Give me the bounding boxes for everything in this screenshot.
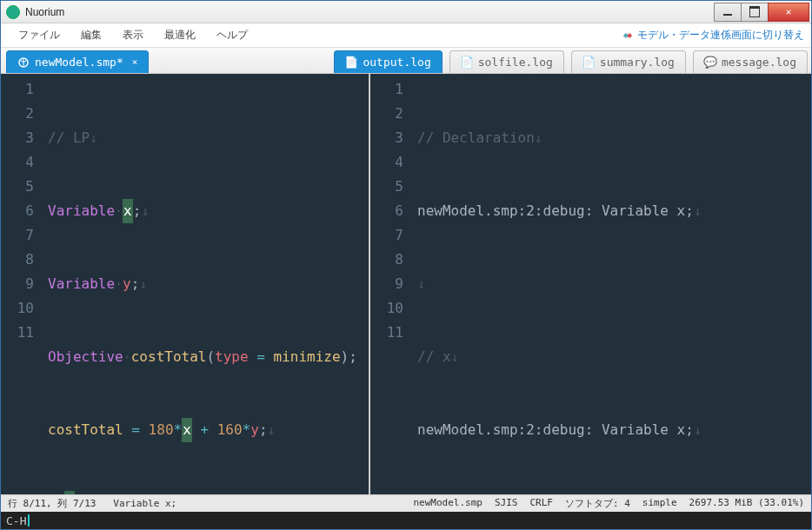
tab-message[interactable]: 💬 message.log	[693, 50, 808, 73]
minimize-button[interactable]	[714, 3, 742, 22]
status-mode[interactable]: simple	[642, 497, 677, 510]
editor-right[interactable]: 1234567891011 // Declaration↓ newModel.s…	[370, 74, 811, 494]
window-title: Nuorium	[25, 6, 715, 18]
switch-view-label: モデル・データ連係画面に切り替え	[637, 28, 804, 43]
cursor-position: 行 8/11, 列 7/13	[8, 498, 96, 509]
menu-file[interactable]: ファイル	[8, 24, 70, 46]
app-icon	[6, 5, 20, 19]
app-window: Nuorium ファイル 編集 表示 最適化 ヘルプ モデル・データ連係画面に切…	[0, 0, 812, 530]
tab-solfile[interactable]: 📄 solfile.log	[449, 50, 564, 73]
menu-optimize[interactable]: 最適化	[154, 24, 206, 46]
tab-label: summary.log	[600, 56, 675, 69]
tab-newmodel[interactable]: newModel.smp* ×	[6, 50, 149, 73]
command-cursor	[28, 514, 30, 527]
gutter-right: 1234567891011	[370, 74, 412, 494]
tab-output[interactable]: 📄 output.log	[334, 50, 442, 73]
log-icon: 📄	[582, 56, 595, 69]
menubar: ファイル 編集 表示 最適化 ヘルプ モデル・データ連係画面に切り替え	[1, 23, 811, 48]
editor-left[interactable]: 1234567891011 // LP↓ Variable·x;↓ Variab…	[1, 74, 370, 494]
context-info: Variable x;	[113, 498, 176, 509]
status-file: newModel.smp	[413, 497, 482, 510]
command-text: C-H	[6, 514, 26, 527]
menu-edit[interactable]: 編集	[70, 24, 112, 46]
statusbar-file: 行 8/11, 列 7/13 Variable x; newModel.smp …	[1, 494, 811, 512]
switch-view-button[interactable]: モデル・データ連係画面に切り替え	[622, 28, 804, 43]
editors: 1234567891011 // LP↓ Variable·x;↓ Variab…	[1, 74, 811, 494]
close-icon[interactable]: ×	[132, 56, 138, 68]
status-encoding[interactable]: SJIS	[495, 497, 518, 510]
tab-label: solfile.log	[478, 56, 553, 69]
window-buttons	[715, 3, 809, 22]
switch-icon	[622, 30, 634, 42]
status-tab[interactable]: ソフトタブ: 4	[565, 497, 630, 510]
maximize-button[interactable]	[741, 3, 769, 22]
menu-help[interactable]: ヘルプ	[206, 24, 258, 46]
code-right[interactable]: // Declaration↓ newModel.smp:2:debug: Va…	[412, 74, 811, 494]
status-memory: 2697.53 MiB (33.01%)	[689, 497, 804, 510]
file-icon	[17, 56, 30, 69]
gutter-left: 1234567891011	[1, 74, 43, 494]
code-left[interactable]: // LP↓ Variable·x;↓ Variable·y;↓ Objecti…	[43, 74, 369, 494]
tab-label: output.log	[363, 56, 430, 69]
log-icon: 📄	[345, 56, 357, 69]
tab-summary[interactable]: 📄 summary.log	[571, 50, 686, 73]
status-eol[interactable]: CRLF	[529, 497, 553, 510]
menu-view[interactable]: 表示	[112, 24, 154, 46]
tab-label: newModel.smp*	[35, 56, 123, 69]
chat-icon: 💬	[704, 56, 716, 69]
titlebar[interactable]: Nuorium	[1, 1, 811, 23]
log-icon: 📄	[461, 56, 473, 69]
statusbar-command[interactable]: C-H	[1, 512, 811, 529]
tab-label: message.log	[722, 56, 796, 69]
tabs-row: newModel.smp* × 📄 output.log 📄 solfile.l…	[1, 48, 811, 74]
close-button[interactable]	[768, 3, 809, 22]
